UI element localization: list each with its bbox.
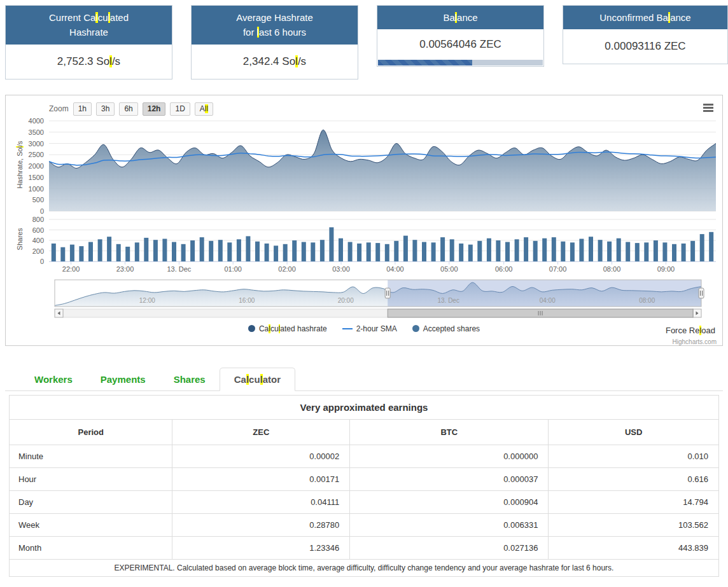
text-segment: oad: [701, 326, 715, 335]
period-cell: Month: [10, 536, 172, 559]
svg-text:1500: 1500: [29, 173, 44, 181]
balance-progress-fill: [378, 60, 472, 66]
earnings-footnote: EXPERIMENTAL. Calculated based on averag…: [10, 559, 719, 576]
legend-label-calculated-hashrate: Calculated hashrate: [259, 324, 327, 333]
navigator-handle-left[interactable]: [385, 288, 390, 298]
period-cell: Week: [10, 513, 172, 536]
highcharts-credits-link[interactable]: Highcharts.com: [673, 338, 717, 345]
text-segment: Ca: [234, 374, 246, 385]
zoom-button-6h[interactable]: 6h: [119, 102, 137, 116]
text-segment: cu: [270, 324, 279, 333]
scrollbar-thumb[interactable]: [388, 309, 693, 317]
unconfirmed-balance-body: 0.00093116 ZEC: [563, 29, 727, 64]
svg-text:500: 500: [32, 196, 44, 204]
value-cell: 0.000037: [350, 467, 549, 490]
average-hashrate-6h-card: Average Hashratefor last 6 hours2,342.4 …: [191, 5, 358, 79]
value-cell: 0.027136: [350, 536, 549, 559]
current-calculated-hashrate-card: Current CalculatedHashrate2,752.3 Sol/s: [5, 5, 172, 79]
current-calculated-hashrate-body: 2,752.3 Sol/s: [6, 45, 172, 79]
svg-text:13. Dec: 13. Dec: [437, 297, 459, 304]
svg-text:600: 600: [32, 226, 44, 233]
chart-navigator: 12:0016:0020:0013. Dec04:0008:00: [55, 280, 704, 307]
earnings-row-day: Day0.041110.00090414.794: [10, 490, 719, 513]
text-segment: 12h: [148, 104, 161, 113]
legend-label-2-hour-sma: 2-hour SMA: [356, 324, 397, 333]
svg-text:06:00: 06:00: [495, 265, 513, 273]
tab-workers[interactable]: Workers: [20, 368, 87, 390]
legend-label-accepted-shares: Accepted shares: [423, 324, 480, 333]
zoom-button-1h[interactable]: 1h: [73, 102, 92, 116]
column-header-period: Period: [10, 419, 172, 445]
scrollbar-left-button[interactable]: [55, 309, 63, 317]
text-segment: 1h: [78, 104, 87, 113]
earnings-section: Very approximated earningsPeriodZECBTCUS…: [9, 395, 719, 577]
text-segment: Ca: [259, 324, 269, 333]
legend-dot-icon: [412, 325, 419, 332]
chart-scrollbar: [55, 309, 701, 317]
value-cell: 1.23346: [172, 536, 350, 559]
text-segment: ance: [670, 12, 691, 23]
svg-text:03:00: 03:00: [332, 265, 350, 273]
period-cell: Day: [10, 490, 172, 513]
text-segment: for: [243, 27, 257, 38]
tab-calculator[interactable]: Calculator: [220, 368, 295, 391]
shares-y-axis-labels: 0200400600800: [32, 216, 44, 265]
tab-payments[interactable]: Payments: [87, 368, 160, 390]
text-segment: ated: [110, 12, 129, 23]
value-cell: 0.000904: [350, 490, 549, 513]
legend-item-2-hour-sma[interactable]: 2-hour SMA: [342, 324, 397, 333]
legend-dot-icon: [248, 325, 255, 332]
svg-text:04:00: 04:00: [540, 297, 556, 304]
text-segment: Accepted shares: [423, 324, 480, 333]
average-hashrate-6h-title: Average Hashratefor last 6 hours: [192, 6, 358, 45]
value-cell: 0.006331: [350, 513, 549, 536]
section-tabs: WorkersPaymentsSharesCalculator: [5, 368, 723, 391]
text-segment: Hashrate, So: [16, 148, 24, 188]
text-segment: Shares: [174, 374, 206, 385]
zoom-button-all[interactable]: All: [195, 102, 213, 116]
svg-text:13. Dec: 13. Dec: [167, 265, 191, 273]
unconfirmed-balance-value: 0.00093116 ZEC: [570, 40, 721, 53]
legend-item-accepted-shares[interactable]: Accepted shares: [412, 324, 480, 333]
value-cell: 443.839: [549, 536, 719, 559]
earnings-row-month: Month1.233460.027136443.839: [10, 536, 719, 559]
text-segment: cu: [98, 12, 108, 23]
text-segment: /s: [298, 55, 306, 67]
earnings-row-week: Week0.287800.006331103.562: [10, 513, 719, 536]
balance-value: 0.00564046 ZEC: [384, 38, 537, 51]
accepted-shares-bars: [52, 227, 713, 261]
zoom-button-3h[interactable]: 3h: [96, 102, 115, 116]
earnings-table: Very approximated earningsPeriodZECBTCUS…: [9, 395, 719, 577]
svg-text:2500: 2500: [29, 151, 44, 158]
text-segment: 2,342.4 So: [243, 55, 295, 67]
text-segment: Unconfirmed Ba: [599, 12, 668, 23]
chart-legend: Calculated hashrate2-hour SMAAccepted sh…: [6, 324, 722, 333]
scrollbar-right-button[interactable]: [693, 309, 701, 317]
chart-panel: Zoom 1h3h6h12h1DAll Hashrate, Sol/s Shar…: [5, 95, 723, 346]
svg-text:01:00: 01:00: [224, 265, 242, 273]
svg-text:1000: 1000: [29, 184, 44, 192]
y-axis-title-hashrate: Hashrate, Sol/s: [16, 120, 24, 209]
column-header-btc: BTC: [350, 419, 549, 445]
zoom-button-12h[interactable]: 12h: [143, 102, 166, 116]
text-segment: ll: [205, 104, 208, 113]
text-segment: 1D: [175, 104, 185, 113]
value-cell: 103.562: [549, 513, 719, 536]
svg-text:16:00: 16:00: [239, 297, 255, 304]
svg-text:09:00: 09:00: [657, 265, 675, 273]
text-segment: 2-hour SMA: [356, 324, 397, 333]
force-reload-link[interactable]: Force Reload: [666, 326, 715, 335]
svg-text:08:00: 08:00: [639, 297, 655, 304]
text-segment: Current Ca: [49, 12, 95, 23]
value-cell: 0.28780: [172, 513, 350, 536]
legend-item-calculated-hashrate[interactable]: Calculated hashrate: [248, 324, 327, 333]
earnings-row-hour: Hour0.001710.0000370.616: [10, 467, 719, 490]
zoom-button-1d[interactable]: 1D: [170, 102, 190, 116]
navigator-handle-right[interactable]: [699, 288, 704, 298]
chart-menu-icon[interactable]: [703, 104, 713, 113]
balance-title: Balance: [377, 6, 543, 29]
tab-shares[interactable]: Shares: [160, 368, 220, 390]
svg-text:200: 200: [32, 247, 44, 254]
text-segment: Hashrate: [69, 27, 108, 38]
svg-text:4000: 4000: [29, 118, 44, 125]
